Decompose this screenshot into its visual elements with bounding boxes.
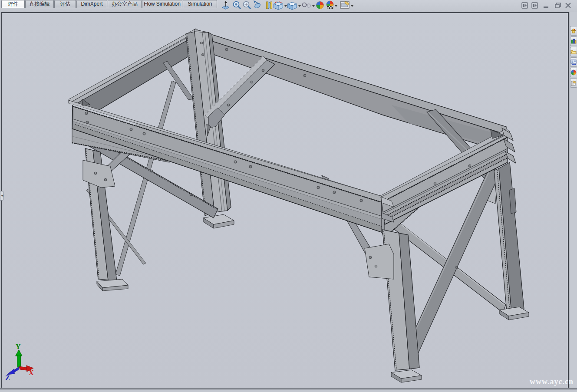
svg-text:X: X bbox=[29, 369, 34, 376]
svg-text:Y: Y bbox=[16, 343, 21, 350]
svg-text:Z: Z bbox=[5, 374, 10, 382]
